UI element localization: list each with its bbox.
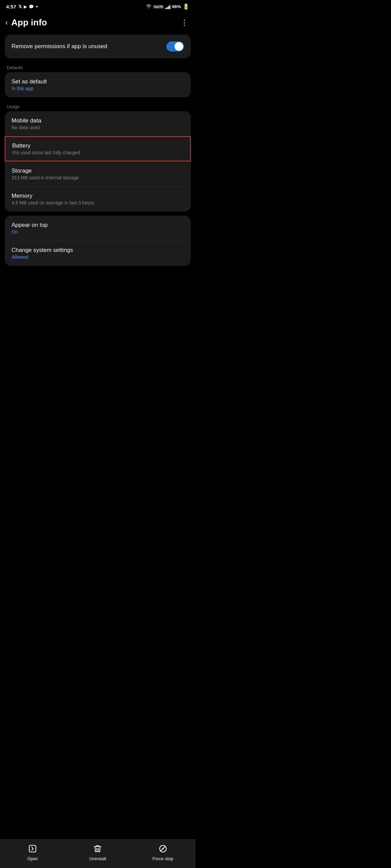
storage-row[interactable]: Storage 313 MB used in Internal storage	[5, 161, 191, 186]
appear-on-top-row[interactable]: Appear on top On	[5, 216, 191, 241]
status-right: VoLTE 86% 🔋	[146, 3, 189, 10]
defaults-section-label: Defaults	[0, 60, 196, 72]
twitter-icon: 𝕏	[18, 4, 22, 9]
battery-percent: 86%	[172, 4, 181, 9]
in-this-app-subtitle: In this app	[12, 86, 184, 91]
mobile-data-title: Mobile data	[12, 117, 184, 124]
set-as-default-title: Set as default	[12, 78, 184, 85]
memory-title: Memory	[12, 193, 184, 199]
memory-row[interactable]: Memory 4.6 MB used on average in last 3 …	[5, 186, 191, 212]
overlays-card: Appear on top On Change system settings …	[5, 216, 191, 266]
toggle-knob	[174, 42, 183, 51]
messenger-icon: 💬	[29, 4, 34, 9]
status-time: 4:57	[6, 4, 16, 9]
usage-section-label: Usage	[0, 99, 196, 111]
defaults-card: Set as default In this app	[5, 72, 191, 97]
remove-permissions-row[interactable]: Remove permissions if app is unused	[5, 35, 191, 58]
volte-icon: VoLTE	[153, 5, 164, 9]
header-left: ‹ App info	[5, 17, 47, 28]
change-system-settings-subtitle: Allowed	[12, 254, 184, 260]
set-as-default-row[interactable]: Set as default In this app	[5, 72, 191, 97]
change-system-settings-title: Change system settings	[12, 247, 184, 254]
mobile-data-row[interactable]: Mobile data No data used	[5, 111, 191, 136]
page-title: App info	[11, 17, 47, 28]
appear-on-top-subtitle: On	[12, 229, 184, 235]
storage-title: Storage	[12, 167, 184, 174]
back-button[interactable]: ‹	[5, 18, 8, 27]
change-system-settings-row[interactable]: Change system settings Allowed	[5, 241, 191, 266]
notification-dot: •	[36, 4, 38, 10]
wifi-icon	[146, 4, 151, 9]
mobile-data-subtitle: No data used	[12, 125, 184, 130]
remove-permissions-card: Remove permissions if app is unused	[5, 35, 191, 58]
app-header: ‹ App info ⋮	[0, 12, 196, 35]
battery-row-inner[interactable]: Battery 0% used since last fully charged	[5, 137, 190, 161]
battery-subtitle: 0% used since last fully charged	[12, 150, 183, 155]
youtube-icon: ▶	[24, 4, 27, 9]
battery-title: Battery	[12, 142, 183, 149]
battery-icon: 🔋	[183, 3, 189, 10]
battery-row[interactable]: Battery 0% used since last fully charged	[5, 136, 191, 161]
memory-subtitle: 4.6 MB used on average in last 3 hours	[12, 200, 184, 205]
usage-card: Mobile data No data used Battery 0% used…	[5, 111, 191, 212]
remove-permissions-label: Remove permissions if app is unused	[12, 43, 161, 51]
appear-on-top-title: Appear on top	[12, 222, 184, 229]
storage-subtitle: 313 MB used in Internal storage	[12, 175, 184, 180]
status-bar: 4:57 𝕏 ▶ 💬 • VoLTE 86% 🔋	[0, 0, 196, 12]
signal-bars-icon	[165, 4, 170, 9]
remove-permissions-toggle[interactable]	[166, 41, 184, 52]
status-left: 4:57 𝕏 ▶ 💬 •	[6, 4, 38, 10]
more-menu-button[interactable]: ⋮	[181, 18, 189, 27]
